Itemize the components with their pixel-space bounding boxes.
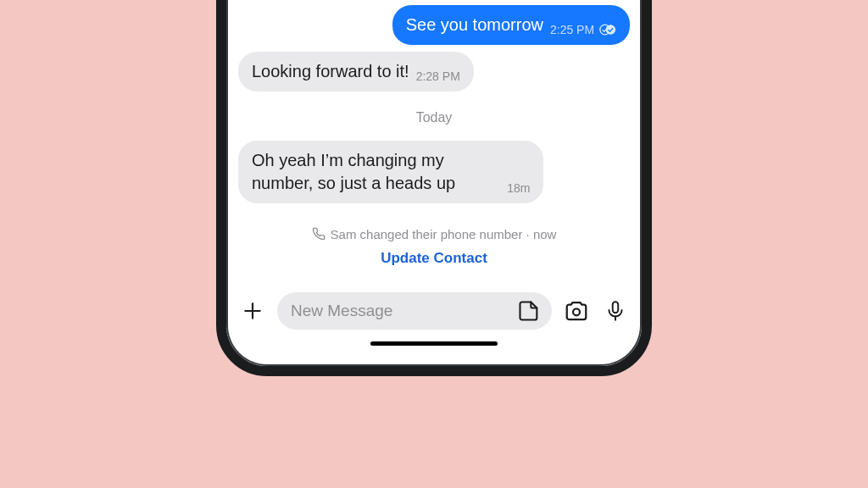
system-event: Sam changed their phone number · now [238,227,630,241]
message-row-outgoing[interactable]: See you tomorrow 2:25 PM [238,5,630,45]
message-bubble-incoming[interactable]: Oh yeah I’m changing my number, so just … [238,141,543,203]
svg-point-4 [573,308,580,315]
add-attachment-button[interactable] [238,297,267,325]
read-receipt-icon [598,23,616,36]
update-contact-row: Update Contact [238,250,630,267]
message-bubble-incoming[interactable]: Looking forward to it! 2:28 PM [238,52,474,92]
message-time: 2:25 PM [550,22,616,38]
message-time: 2:28 PM [416,69,460,85]
message-time: 18m [507,180,530,197]
sticker-button[interactable] [515,297,543,325]
message-composer [238,292,630,330]
svg-rect-5 [613,302,619,313]
message-input[interactable] [291,302,515,320]
microphone-button[interactable] [601,297,630,325]
message-row-incoming[interactable]: Oh yeah I’m changing my number, so just … [238,141,630,203]
message-thread[interactable]: See you tomorrow 2:25 PM [238,2,630,292]
update-contact-link[interactable]: Update Contact [381,250,487,266]
system-event-text: Sam changed their phone number · now [331,227,557,241]
date-separator: Today [238,110,630,125]
svg-point-1 [606,25,616,35]
message-input-container[interactable] [277,292,552,330]
message-bubble-outgoing[interactable]: See you tomorrow 2:25 PM [392,5,630,45]
message-row-incoming[interactable]: Looking forward to it! 2:28 PM [238,52,630,92]
phone-frame: See you tomorrow 2:25 PM [216,0,652,376]
phone-icon [312,227,326,241]
messaging-screen: See you tomorrow 2:25 PM [226,2,642,366]
camera-button[interactable] [562,297,591,325]
message-text: Looking forward to it! [252,60,409,83]
message-text: Oh yeah I’m changing my number, so just … [252,149,500,195]
message-text: See you tomorrow [406,14,543,36]
home-indicator[interactable] [370,341,498,346]
